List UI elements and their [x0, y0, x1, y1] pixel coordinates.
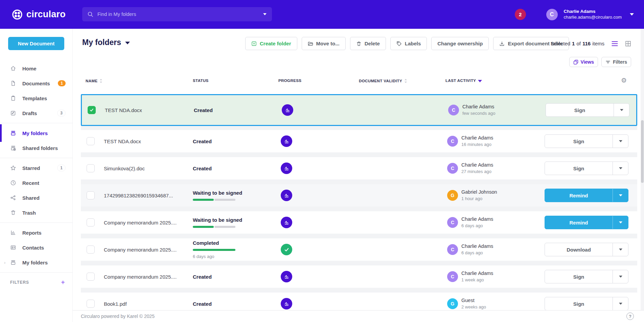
sidebar-item-my-folders-tree[interactable]: › My folders	[0, 255, 72, 270]
column-header-progress[interactable]: PROGRESS	[278, 79, 301, 83]
action-dropdown-button[interactable]	[613, 189, 628, 202]
sort-icon[interactable]	[404, 79, 407, 83]
row-action-button[interactable]: Sign	[545, 134, 628, 148]
row-action-button[interactable]: Sign	[546, 103, 629, 117]
delete-button[interactable]: Delete	[350, 37, 386, 50]
create-folder-button[interactable]: Create folder	[245, 37, 297, 50]
action-dropdown-button[interactable]	[614, 104, 629, 116]
sidebar-item-starred[interactable]: Starred 1	[0, 160, 72, 175]
list-view-button[interactable]	[612, 41, 618, 46]
document-name[interactable]: Company memorandum 2025....	[104, 265, 177, 288]
action-label[interactable]: Sign	[545, 297, 613, 310]
action-label[interactable]: Remind	[545, 189, 613, 202]
action-label[interactable]: Sign	[546, 104, 614, 116]
labels-button[interactable]: Labels	[390, 37, 427, 50]
document-name[interactable]: Company memorandum 2025....	[104, 211, 177, 234]
sort-icon[interactable]	[99, 79, 102, 83]
row-action-button[interactable]: Download	[545, 243, 628, 256]
column-header-name[interactable]: NAME	[86, 79, 102, 83]
action-label[interactable]: Sign	[545, 162, 613, 175]
sidebar-item-my-folders[interactable]: My folders	[0, 126, 72, 141]
circularo-logo-icon	[12, 9, 22, 20]
sidebar-item-label: Starred	[22, 165, 40, 171]
action-dropdown-button[interactable]	[613, 216, 628, 229]
sort-desc-icon[interactable]	[478, 80, 482, 82]
table-row[interactable]: Company memorandum 2025.... Created C Ch…	[81, 265, 637, 288]
user-avatar[interactable]: C	[546, 9, 558, 20]
row-checkbox[interactable]	[87, 273, 95, 281]
sidebar-item-home[interactable]: Home	[0, 61, 72, 76]
grid-view-button[interactable]	[625, 41, 631, 47]
sidebar-item-recent[interactable]: Recent	[0, 175, 72, 190]
action-label[interactable]: Download	[545, 243, 613, 256]
action-dropdown-button[interactable]	[613, 270, 628, 283]
sidebar-item-drafts[interactable]: Drafts 3	[0, 106, 72, 121]
search-icon	[88, 12, 93, 17]
table-row[interactable]: TEST NDA.docx Created C Charlie Adams fe…	[82, 99, 636, 121]
table-row[interactable]: Simunkova(2).doc Created C Charlie Adams…	[81, 157, 637, 179]
table-settings-button[interactable]: ⚙	[621, 77, 627, 84]
action-label[interactable]: Sign	[545, 270, 613, 283]
document-name[interactable]: TEST NDA.docx	[105, 99, 142, 121]
sidebar-item-label: Recent	[22, 180, 39, 186]
template-icon	[10, 95, 16, 101]
row-checkbox[interactable]	[87, 191, 95, 199]
table-row[interactable]: Company memorandum 2025.... Waiting to b…	[81, 211, 637, 234]
action-dropdown-button[interactable]	[613, 162, 628, 175]
filters-button[interactable]: Filters	[601, 57, 631, 67]
row-checkbox[interactable]	[87, 137, 95, 145]
search-scope-caret-icon[interactable]	[263, 13, 267, 15]
add-filter-button[interactable]: +	[61, 279, 65, 286]
document-name[interactable]: Company memorandum 2025....	[104, 238, 177, 261]
table-row[interactable]: Book1.pdf Created G Guest 2 weeks ago Si…	[81, 293, 637, 310]
row-action-button[interactable]: Sign	[545, 297, 628, 310]
row-checkbox[interactable]	[87, 245, 95, 254]
row-checkbox-checked[interactable]	[88, 106, 96, 114]
search-input[interactable]: Find in My folders	[82, 7, 272, 21]
sidebar-item-templates[interactable]: Templates	[0, 91, 72, 106]
help-button[interactable]: ?	[626, 313, 634, 320]
sidebar-item-shared-folders[interactable]: Shared folders	[0, 141, 72, 155]
row-action-button[interactable]: Sign	[545, 270, 628, 283]
folder-move-icon	[308, 41, 313, 46]
folder-menu-caret-icon[interactable]	[125, 42, 130, 44]
action-dropdown-button[interactable]	[613, 243, 628, 256]
document-name[interactable]: Simunkova(2).doc	[104, 157, 145, 179]
scrollbar-track[interactable]	[641, 29, 644, 322]
folder-plus-icon	[251, 41, 257, 46]
document-name[interactable]: Book1.pdf	[104, 293, 127, 310]
document-name[interactable]: TEST NDA.docx	[104, 130, 141, 152]
scrollbar-thumb[interactable]	[641, 120, 644, 183]
row-action-button[interactable]: Remind	[545, 189, 628, 202]
column-header-validity[interactable]: DOCUMENT VALIDITY	[359, 79, 407, 83]
sidebar-item-shared[interactable]: Shared	[0, 190, 72, 205]
sidebar-item-contacts[interactable]: Contacts	[0, 240, 72, 255]
action-label[interactable]: Sign	[545, 135, 613, 148]
signature-progress-icon	[281, 135, 292, 147]
table-row[interactable]: 17429981238269015934687... Waiting to be…	[81, 184, 637, 207]
row-checkbox[interactable]	[87, 300, 95, 308]
user-menu-caret-icon[interactable]	[630, 13, 634, 16]
column-header-status[interactable]: STATUS	[193, 79, 209, 83]
new-document-button[interactable]: New Document	[8, 37, 64, 50]
action-dropdown-button[interactable]	[613, 297, 628, 310]
views-button[interactable]: Views	[569, 57, 598, 67]
table-row[interactable]: TEST NDA.docx Created C Charlie Adams 16…	[81, 130, 637, 152]
move-to-button[interactable]: Move to...	[302, 37, 346, 50]
column-header-activity[interactable]: LAST ACTIVITY	[445, 79, 482, 83]
sidebar-item-documents[interactable]: Documents 1	[0, 76, 72, 91]
row-checkbox[interactable]	[87, 218, 95, 227]
row-action-button[interactable]: Remind	[545, 216, 628, 229]
document-name[interactable]: 17429981238269015934687...	[104, 184, 173, 207]
action-label[interactable]: Remind	[545, 216, 613, 229]
sidebar-item-reports[interactable]: Reports	[0, 225, 72, 240]
row-action-button[interactable]: Sign	[545, 162, 628, 175]
filters-label: FILTERS	[10, 280, 29, 285]
notification-badge[interactable]: 2	[515, 9, 526, 20]
chevron-right-icon[interactable]: ›	[4, 260, 5, 265]
change-ownership-button[interactable]: Change ownership	[431, 37, 489, 50]
sidebar-item-trash[interactable]: Trash	[0, 205, 72, 220]
action-dropdown-button[interactable]	[613, 135, 628, 148]
table-row[interactable]: Company memorandum 2025.... Completed 6 …	[81, 238, 637, 261]
row-checkbox[interactable]	[87, 164, 95, 172]
